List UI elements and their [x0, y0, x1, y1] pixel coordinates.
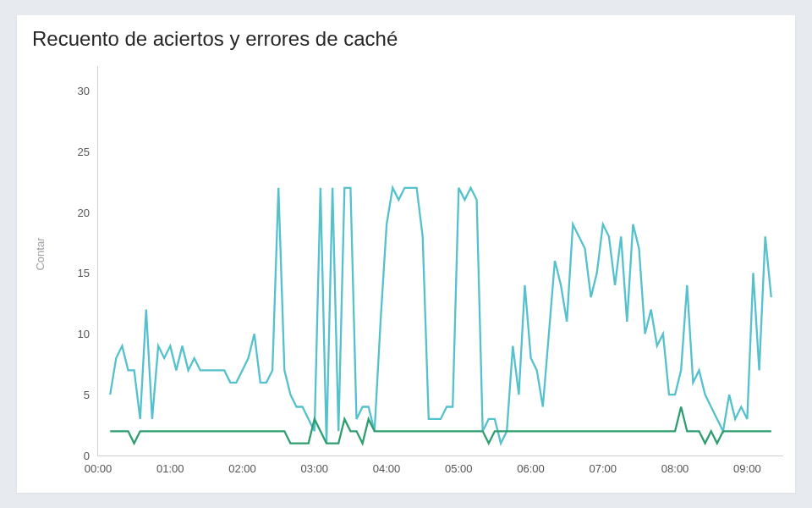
y-tick-label: 30	[64, 84, 90, 97]
x-tick-label: 04:00	[361, 462, 412, 475]
chart-panel: Recuento de aciertos y errores de caché …	[17, 15, 795, 493]
x-tick-label: 07:00	[578, 462, 628, 475]
y-tick-label: 5	[64, 389, 90, 401]
x-tick-label: 03:00	[289, 462, 340, 475]
series-hits	[110, 188, 771, 444]
x-tick-label: 08:00	[650, 462, 700, 475]
x-tick-label: 00:00	[73, 462, 123, 475]
y-axis-label: Contar	[34, 237, 47, 270]
x-tick-label: 09:00	[721, 462, 772, 475]
x-tick-label: 05:00	[433, 462, 484, 475]
x-tick-label: 01:00	[145, 462, 195, 475]
x-tick-label: 02:00	[217, 462, 268, 475]
y-tick-label: 20	[64, 206, 90, 218]
chart-title: Recuento de aciertos y errores de caché	[32, 27, 398, 51]
series-misses	[110, 407, 771, 444]
x-tick-label: 06:00	[506, 462, 557, 475]
y-tick-label: 10	[64, 328, 90, 340]
y-tick-label: 0	[64, 450, 90, 462]
y-tick-label: 15	[64, 267, 90, 279]
y-tick-label: 25	[64, 145, 90, 157]
chart-svg	[98, 66, 783, 456]
plot-area: 05101520253000:0001:0002:0003:0004:0005:…	[97, 66, 783, 456]
